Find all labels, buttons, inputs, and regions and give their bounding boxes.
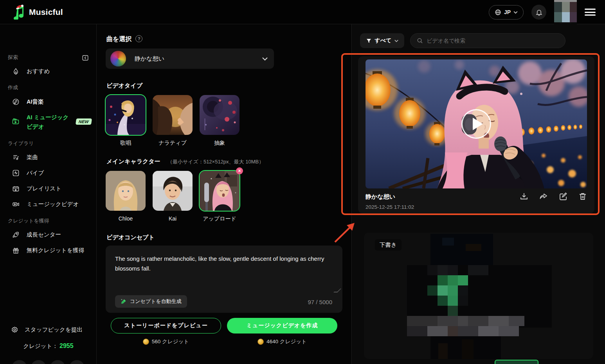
funnel-icon — [366, 38, 372, 44]
sidebar-item-songs[interactable]: 楽曲 — [12, 153, 38, 161]
sidebar-item-label: 成長センター — [27, 231, 61, 238]
bell-icon — [535, 9, 543, 16]
preview-cost: 560 クレジット — [111, 338, 221, 345]
notifications-button[interactable] — [531, 5, 546, 20]
sidebar-item-label: AI音楽 — [27, 98, 44, 106]
video-title: 静かな想い — [366, 193, 395, 201]
video-type-label-narrative: ナラティブ — [153, 140, 193, 147]
video-camera-icon — [12, 200, 20, 208]
sidebar-collapse-button[interactable] — [82, 54, 89, 61]
search-input[interactable] — [427, 38, 559, 44]
video-card[interactable]: 静かな想い 2025-12-25 17:11:02 — [358, 56, 594, 213]
video-type-label-abstract: 抽象 — [200, 140, 239, 147]
singing-thumb-art — [106, 95, 146, 135]
tiktok-link[interactable] — [31, 360, 46, 364]
sidebar-item-playlists[interactable]: プレイリスト — [12, 185, 61, 192]
narrative-thumb-art — [153, 95, 193, 135]
character-upload[interactable] — [200, 171, 239, 211]
chloe-thumb-art — [106, 171, 146, 211]
sidebar-item-label: スタッフピックを提出 — [25, 326, 83, 334]
chevron-down-icon — [262, 57, 268, 61]
language-selector[interactable]: JP — [489, 5, 524, 20]
badge-seal-icon — [11, 326, 18, 334]
menu-button[interactable] — [585, 9, 596, 16]
video-type-singing[interactable] — [106, 95, 146, 135]
section-earn-credits: クレジットを獲得 — [8, 217, 49, 224]
sidebar-item-label: おすすめ — [27, 68, 50, 75]
waveform-icon — [12, 169, 20, 177]
sidebar: 探索 おすすめ 作成 AI音楽 — [0, 24, 97, 364]
character-label-kai: Kai — [153, 215, 193, 222]
abstract-thumb-art — [200, 95, 239, 135]
social-links — [12, 360, 85, 364]
section-library: ライブラリ — [8, 140, 34, 147]
draft-video-card[interactable]: 下書き — [364, 233, 593, 359]
brand-name: Musicful — [29, 7, 63, 17]
video-thumbnail[interactable] — [366, 59, 587, 188]
sidebar-item-label: ミュージックビデオ — [27, 201, 79, 208]
char-counter: 97 / 5000 — [308, 299, 332, 305]
video-type-narrative[interactable] — [153, 95, 193, 135]
character-chloe[interactable] — [106, 171, 146, 211]
character-size-note: （最小サイズ：512×512px、最大 10MB） — [167, 159, 264, 165]
video-type-abstract[interactable] — [200, 95, 239, 135]
user-avatar[interactable] — [554, 0, 577, 25]
auto-generate-label: コンセプトを自動生成 — [130, 298, 182, 305]
edit-button[interactable] — [558, 192, 568, 201]
sidebar-item-music-videos[interactable]: ミュージックビデオ — [12, 200, 79, 208]
video-timestamp: 2025-12-25 17:11:02 — [366, 204, 414, 210]
concept-label: ビデオコンセプト — [106, 234, 155, 241]
sidebar-item-label: バイブ — [27, 169, 44, 177]
character-label-upload: アップロード — [200, 215, 239, 222]
coin-icon — [257, 339, 264, 345]
sidebar-item-free-credits[interactable]: 無料クレジットを獲得 — [12, 246, 84, 254]
new-badge: NEW — [76, 118, 92, 125]
video-actions — [519, 192, 587, 201]
video-type-label: ビデオタイプ — [106, 82, 142, 90]
submit-staff-pick[interactable]: スタッフピックを提出 — [11, 326, 83, 334]
flame-icon — [12, 67, 20, 75]
brand-logo[interactable]: Musicful — [12, 5, 63, 20]
preview-storyboard-button[interactable]: ストーリーボードをプレビュー — [111, 318, 221, 334]
youtube-link[interactable] — [12, 360, 27, 364]
clapperboard-icon — [12, 117, 20, 125]
playlist-box-icon — [12, 185, 20, 192]
draft-thumbnail — [407, 234, 552, 359]
sidebar-item-vibes[interactable]: バイブ — [12, 169, 44, 177]
discord-link[interactable] — [50, 360, 65, 364]
remove-upload-button[interactable]: × — [236, 167, 243, 174]
play-button[interactable] — [461, 109, 491, 139]
musicful-app: Musicful JP — [0, 0, 605, 364]
top-header: Musicful JP — [0, 0, 605, 24]
help-icon[interactable]: ? — [135, 35, 142, 42]
globe-icon — [495, 9, 501, 16]
download-button[interactable] — [519, 192, 529, 201]
x-link[interactable] — [69, 360, 85, 364]
filter-dropdown[interactable]: すべて — [360, 33, 404, 48]
sidebar-item-recommended[interactable]: おすすめ — [12, 67, 50, 75]
next-card-button-peek[interactable] — [495, 360, 538, 364]
song-select-dropdown[interactable]: 静かな想い — [106, 48, 274, 69]
sidebar-item-label: プレイリスト — [27, 185, 61, 192]
sidebar-item-growth-center[interactable]: 成長センター — [12, 231, 61, 238]
song-album-art — [110, 51, 126, 66]
song-select-label: 曲を選択? — [106, 35, 142, 43]
sidebar-item-ai-music[interactable]: AI音楽 — [12, 98, 44, 106]
character-kai[interactable] — [153, 171, 193, 211]
sidebar-item-label: 無料クレジットを獲得 — [27, 247, 84, 254]
delete-button[interactable] — [578, 192, 587, 201]
share-button[interactable] — [539, 192, 548, 201]
musicful-note-icon — [12, 5, 26, 20]
chevron-down-icon — [513, 11, 518, 14]
creation-panel: 曲を選択? 静かな想い ビデオタイプ — [97, 24, 352, 364]
concept-textarea[interactable]: The song is rather melancholic, like the… — [106, 246, 342, 292]
create-music-video-button[interactable]: ミュージックビデオを作成 — [227, 318, 337, 334]
upload-thumb-art — [200, 171, 239, 211]
credits-value: 2955 — [59, 342, 74, 349]
credits-balance: クレジット：2955 — [0, 342, 97, 350]
rocket-icon — [12, 231, 20, 238]
auto-generate-concept-button[interactable]: コンセプトを自動生成 — [115, 295, 187, 308]
sidebar-item-ai-music-video[interactable]: AI ミュージック ビデオ — [12, 113, 68, 131]
video-search — [410, 33, 565, 48]
character-label-chloe: Chloe — [106, 215, 146, 222]
